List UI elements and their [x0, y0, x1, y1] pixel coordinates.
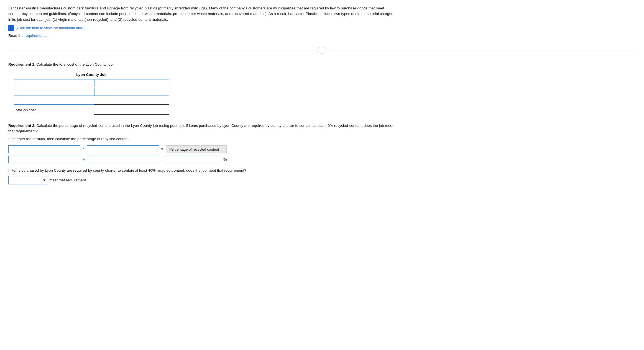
row1-label — [14, 79, 94, 87]
requirements-link[interactable]: requirements — [25, 34, 47, 38]
meet-dropdown[interactable]: Does Does not — [8, 176, 47, 184]
table-row — [14, 79, 169, 87]
formula-subtitle: First enter the formula, then calculate … — [8, 136, 636, 142]
total-value-cell — [94, 106, 169, 115]
formula-row2-input1[interactable] — [8, 156, 80, 163]
row2-label — [14, 88, 94, 96]
section-divider: ... — [8, 47, 636, 53]
formula-row2-equals: = — [161, 157, 163, 163]
req2-text: Calculate the percentage of recycled-con… — [8, 123, 393, 133]
lyon-county-table: Lyon County Job — [14, 72, 169, 115]
meet-label-text: meet that requirement. — [49, 177, 87, 183]
table-row — [14, 97, 169, 105]
divider-line-left — [8, 50, 315, 50]
percent-symbol: % — [223, 157, 227, 163]
table-row — [14, 88, 169, 96]
row1-label-input[interactable] — [14, 79, 94, 87]
formula-row-2: ÷ = % — [8, 156, 636, 163]
requirement-1-title: Requirement 1. Calculate the total cost … — [8, 62, 636, 67]
click-icon-text: (Click the icon to view the additional d… — [16, 25, 86, 31]
row3-value-cell — [94, 97, 169, 105]
divider-dots: ... — [318, 47, 326, 53]
intro-paragraph: Lancaster Plastics manufactures custom p… — [8, 6, 396, 22]
read-text: Read the — [8, 34, 25, 38]
formula-row1-input1[interactable] — [8, 145, 80, 153]
row1-value-input[interactable] — [94, 79, 169, 87]
total-label: Total job cost — [14, 107, 94, 113]
requirement-2-title: Requirement 2. Calculate the percentage … — [8, 123, 396, 134]
meet-requirement-row: Does Does not ▼ meet that requirement. — [8, 176, 636, 184]
requirement-2-section: Requirement 2. Calculate the percentage … — [8, 123, 636, 185]
click-icon-row[interactable]: (Click the icon to view the additional d… — [8, 25, 636, 31]
requirement-1-section: Requirement 1. Calculate the total cost … — [8, 62, 636, 115]
divider-line-right — [329, 50, 636, 50]
req2-question: If items purchased by Lyon County are re… — [8, 168, 396, 173]
read-requirements-line: Read the requirements. — [8, 33, 636, 38]
row2-value-cell — [94, 88, 169, 96]
formula-row1-equals: = — [161, 146, 163, 152]
formula-row2-operator: ÷ — [83, 157, 85, 163]
row3-label-input[interactable] — [14, 97, 94, 105]
total-value-input[interactable] — [94, 106, 169, 115]
req2-label: Requirement 2. — [8, 123, 35, 128]
total-row: Total job cost — [14, 106, 169, 115]
formula-row1-result-label: Percentage of recycled content — [166, 145, 227, 154]
table-header: Lyon County Job — [14, 72, 169, 79]
row2-value-input[interactable] — [94, 88, 169, 96]
formula-row-1: ÷ = Percentage of recycled content — [8, 145, 636, 154]
row1-value-cell — [94, 79, 169, 87]
row3-value-input[interactable] — [94, 97, 169, 105]
formula-row2-input2[interactable] — [87, 156, 159, 163]
row3-label — [14, 97, 94, 105]
req1-label: Requirement 1. — [8, 62, 35, 66]
grid-icon[interactable] — [8, 25, 14, 31]
read-period: . — [46, 34, 47, 38]
row2-label-input[interactable] — [14, 88, 94, 96]
req1-text: Calculate the total cost of the Lyon Cou… — [36, 62, 114, 66]
formula-row2-result-input[interactable] — [166, 156, 221, 163]
formula-row1-input2[interactable] — [87, 145, 159, 153]
meet-dropdown-wrapper[interactable]: Does Does not ▼ — [8, 176, 47, 184]
formula-row1-operator: ÷ — [83, 146, 85, 152]
